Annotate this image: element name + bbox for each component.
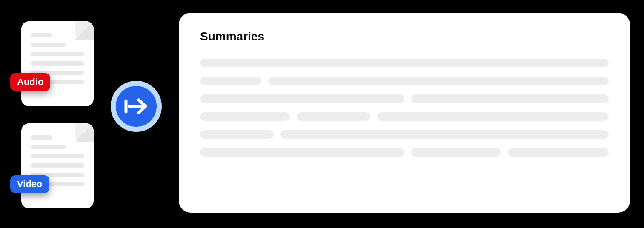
summaries-panel: Summaries bbox=[179, 13, 630, 213]
audio-badge: Audio bbox=[10, 73, 50, 91]
video-document: Video bbox=[21, 123, 94, 208]
audio-document: Audio bbox=[21, 21, 94, 106]
panel-title: Summaries bbox=[200, 30, 609, 43]
video-badge: Video bbox=[10, 175, 49, 193]
transform-arrow-icon bbox=[111, 81, 162, 132]
summary-placeholder-rows bbox=[200, 59, 609, 157]
page-fold-icon bbox=[75, 21, 94, 40]
page-fold-icon bbox=[75, 123, 94, 142]
arrow-right-from-line-icon bbox=[123, 96, 149, 117]
